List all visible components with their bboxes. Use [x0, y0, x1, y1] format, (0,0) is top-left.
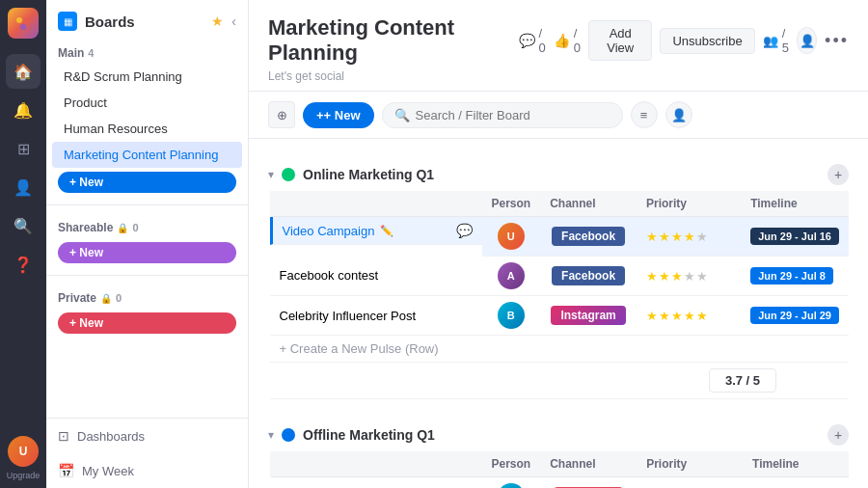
task-cell[interactable]: "The Best Tool"	[270, 477, 482, 489]
filter-btn[interactable]: ≡	[631, 101, 658, 128]
section-main: Main 4	[46, 39, 248, 64]
sidebar-item-marketing[interactable]: Marketing Content Planning	[52, 142, 242, 168]
sidebar-collapse-icon[interactable]: ‹	[231, 14, 236, 29]
channel-badge: Facebook	[552, 227, 625, 246]
member-count: 👥 / 5	[763, 26, 789, 55]
sidebar-item-product[interactable]: Product	[52, 90, 242, 116]
user-filter-btn[interactable]: 👤	[797, 27, 817, 54]
nav-search[interactable]: 🔍	[6, 208, 41, 243]
priority-cell: ★★★★★	[637, 296, 741, 336]
group-offline-marketing: ▾ Offline Marketing Q1 + Person Channel …	[268, 419, 849, 488]
sidebar-title: Boards	[85, 14, 203, 30]
group2-add-btn[interactable]: +	[827, 424, 849, 446]
page-title: Marketing Content Planning	[268, 15, 519, 66]
channel-cell[interactable]: Billboard	[540, 477, 637, 489]
task-name: Facebook contest	[280, 268, 379, 283]
user-avatar[interactable]: U	[8, 436, 39, 467]
group1-table: Person Channel Priority Timeline Video C…	[268, 191, 849, 399]
nav-rail: 🏠 🔔 ⊞ 👤 🔍 ❓ U Upgrade	[0, 0, 46, 488]
task-cell[interactable]: Celebrity Influencer Post	[270, 296, 482, 336]
sidebar-item-hr[interactable]: Human Resources	[52, 116, 242, 142]
sidebar-header: ▦ Boards ★ ‹	[46, 0, 248, 39]
table-row[interactable]: Celebrity Influencer Post B Instagram ★★…	[270, 296, 850, 336]
nav-inbox[interactable]: 🔔	[6, 93, 41, 127]
col-priority: Priority	[637, 191, 741, 217]
dashboards-item[interactable]: ⊡ Dashboards	[46, 419, 248, 453]
sidebar-bottom: ⊡ Dashboards 📅 My Week	[46, 418, 248, 488]
add-view-button[interactable]: Add View	[588, 20, 652, 61]
table-row[interactable]: Video Campaign ✏️ 💬 U Facebook ★★★★★	[270, 217, 850, 257]
priority-cell: ★★★★★	[637, 217, 741, 257]
more-options-btn[interactable]: •••	[825, 31, 849, 51]
group-online-marketing: ▾ Online Marketing Q1 + Person Channel P…	[268, 158, 849, 399]
new-item-button[interactable]: + + New	[303, 102, 374, 128]
create-row[interactable]: + Create a New Pulse (Row)	[270, 336, 850, 363]
header-actions: 💬 / 0 👍 / 0 Add View Unsubscribe 👥 / 5 👤…	[519, 20, 849, 61]
nav-help[interactable]: ❓	[6, 247, 41, 282]
page-subtitle: Let's get social	[268, 69, 849, 83]
shareable-new-button[interactable]: + New	[58, 242, 236, 263]
divider	[46, 204, 248, 205]
table-row[interactable]: Facebook contest A Facebook ★★★★★ Jun 29	[270, 257, 850, 296]
toolbar-icon-btn[interactable]: ⊕	[268, 101, 295, 128]
boards-icon: ▦	[58, 12, 77, 31]
new-item-plus: +	[316, 108, 324, 122]
priority-cell: ★★★★★	[637, 477, 743, 489]
person-cell: A	[482, 257, 541, 296]
channel-cell[interactable]: Facebook	[540, 217, 637, 257]
group2-collapse-icon[interactable]: ▾	[268, 428, 274, 442]
priority-cell: ★★★★★	[637, 257, 741, 296]
channel-cell[interactable]: Facebook	[540, 257, 637, 296]
like-stat: 👍 / 0	[554, 26, 581, 55]
col-person: Person	[482, 191, 541, 217]
avatar: B	[498, 302, 525, 329]
timeline-cell: Jun 29 - Jul 8	[741, 257, 849, 296]
col-priority: Priority	[637, 451, 743, 477]
search-input[interactable]	[416, 108, 610, 122]
score-row: 3.7 / 5	[270, 363, 850, 399]
stars: ★★★	[646, 269, 684, 284]
table-row[interactable]: "The Best Tool" B Billboard ★★★★★ Aug 1	[270, 477, 850, 489]
main-content: Marketing Content Planning 💬 / 0 👍 / 0 A…	[249, 0, 868, 488]
col-timeline: Timeline	[741, 191, 849, 217]
sidebar-star-icon[interactable]: ★	[211, 14, 224, 29]
comment-icon: 💬	[519, 33, 535, 48]
group1-collapse-icon[interactable]: ▾	[268, 168, 274, 181]
sidebar: ▦ Boards ★ ‹ Main 4 R&D Scrum Planning P…	[46, 0, 249, 488]
col-person: Person	[482, 451, 541, 477]
task-cell[interactable]: Video Campaign ✏️ 💬	[270, 217, 482, 245]
sidebar-item-label: Human Resources	[64, 122, 168, 136]
col-timeline: Timeline	[743, 451, 849, 477]
search-box[interactable]: 🔍	[382, 102, 623, 128]
search-icon: 🔍	[394, 108, 410, 122]
myweek-item[interactable]: 📅 My Week	[46, 453, 248, 488]
stars: ★★★★	[646, 230, 696, 244]
upgrade-label[interactable]: Upgrade	[7, 471, 41, 480]
main-new-button[interactable]: + New	[58, 172, 236, 193]
create-row-label[interactable]: + Create a New Pulse (Row)	[270, 336, 850, 363]
group1-score: 3.7 / 5	[709, 368, 776, 393]
dashboards-icon: ⊡	[58, 428, 69, 444]
sidebar-item-label: Product	[64, 95, 107, 110]
task-name: Video Campaign	[283, 224, 375, 238]
unsubscribe-button[interactable]: Unsubscribe	[660, 28, 754, 54]
nav-home[interactable]: 🏠	[6, 54, 41, 89]
nav-people[interactable]: 👤	[6, 170, 41, 204]
channel-cell[interactable]: Instagram	[540, 296, 637, 336]
group1-dot	[282, 168, 295, 181]
sidebar-item-label: Marketing Content Planning	[64, 148, 218, 162]
timeline-cell: Aug 1 - 8	[743, 477, 849, 489]
divider2	[46, 275, 248, 276]
channel-badge: Facebook	[552, 266, 625, 285]
task-cell[interactable]: Facebook contest	[270, 257, 482, 296]
group1-add-btn[interactable]: +	[827, 164, 849, 185]
sidebar-item-rnd[interactable]: R&D Scrum Planning	[52, 64, 242, 90]
avatar: B	[498, 483, 525, 488]
person-filter-btn[interactable]: 👤	[665, 101, 692, 128]
stars: ★★★★★	[646, 309, 709, 323]
chat-icon[interactable]: 💬	[456, 223, 473, 238]
section-shareable: Shareable 🔒 0	[46, 213, 248, 238]
svg-point-2	[20, 24, 26, 30]
nav-workspaces[interactable]: ⊞	[6, 131, 41, 166]
private-new-button[interactable]: + New	[58, 312, 236, 334]
